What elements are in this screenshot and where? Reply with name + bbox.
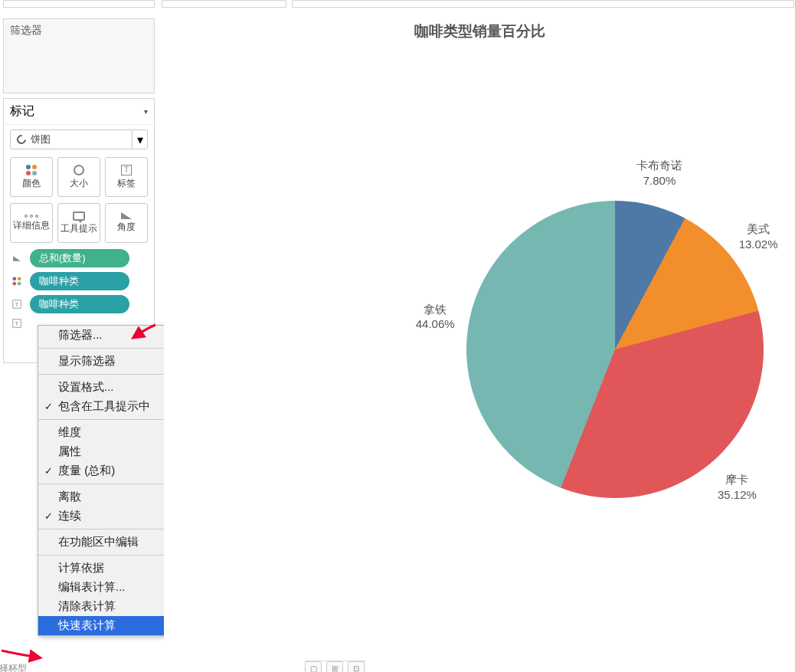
pie-slices	[466, 201, 764, 498]
detail-icon	[25, 215, 38, 218]
mark-angle-button[interactable]: 角度	[105, 203, 148, 243]
menu-item[interactable]: 显示筛选器	[38, 352, 178, 371]
mark-tooltip-button[interactable]: 工具提示	[57, 203, 100, 243]
menu-item[interactable]: 设置格式...	[38, 378, 178, 397]
menu-item[interactable]: 离散	[38, 487, 178, 506]
slice-label: 卡布奇诺7.80%	[629, 158, 690, 188]
pie-chart	[466, 201, 764, 498]
context-menu: 筛选器...显示筛选器设置格式...包含在工具提示中维度属性度量 (总和)离散连…	[38, 325, 178, 636]
color-dots-icon	[12, 277, 21, 285]
chart-area: 咖啡类型销量百分比 卡布奇诺7.80%美式13.02%摩卡35.12%拿铁44.…	[164, 11, 795, 672]
angle-icon	[13, 256, 21, 261]
field-pill[interactable]: 总和(数量)	[30, 249, 129, 267]
marks-collapse-caret[interactable]: ▾	[144, 107, 148, 116]
shelf-placeholder-left[interactable]	[3, 0, 155, 8]
menu-item[interactable]: 计算依据	[38, 559, 178, 578]
angle-icon	[121, 212, 132, 219]
label-icon: T	[12, 300, 21, 308]
menu-item[interactable]: 包含在工具提示中	[38, 397, 178, 416]
size-icon	[74, 165, 84, 175]
mark-color-button[interactable]: 颜色	[10, 157, 53, 197]
new-dash-icon[interactable]: ⊞	[326, 661, 343, 672]
slice-label: 美式13.02%	[728, 221, 789, 251]
mark-size-label: 大小	[70, 177, 88, 190]
mark-type-label: 饼图	[31, 133, 51, 146]
pie-icon	[15, 133, 28, 146]
slice-label: 拿铁44.06%	[404, 302, 466, 332]
chart-title: 咖啡类型销量百分比	[164, 21, 795, 41]
menu-item[interactable]: 属性	[38, 442, 178, 461]
mark-tooltip-label: 工具提示	[61, 222, 97, 235]
menu-item[interactable]: 清除表计算	[38, 597, 178, 616]
mark-angle-label: 角度	[117, 221, 136, 234]
marks-label: 标记	[10, 103, 34, 120]
shelf-placeholder-right[interactable]	[292, 0, 794, 8]
pill-area: 总和(数量)咖啡种类T咖啡种类T	[4, 246, 154, 332]
cut-sheet-label: 择杯型	[0, 662, 27, 672]
field-pill[interactable]: 咖啡种类	[30, 295, 129, 313]
menu-item[interactable]: 度量 (总和)	[38, 461, 178, 480]
menu-item[interactable]: 编辑表计算...	[38, 578, 178, 597]
label-icon: T	[121, 165, 132, 175]
new-sheet-icon[interactable]: ▢	[305, 661, 322, 672]
annotation-arrow-1	[134, 323, 157, 342]
mark-detail-button[interactable]: 详细信息	[10, 203, 53, 243]
mark-detail-label: 详细信息	[13, 219, 50, 232]
field-pill[interactable]: 咖啡种类	[30, 272, 129, 290]
tooltip-icon	[73, 211, 85, 221]
mark-color-label: 颜色	[22, 177, 41, 190]
mark-size-button[interactable]: 大小	[57, 157, 100, 197]
pill-row[interactable]: T咖啡种类	[10, 295, 148, 313]
pill-row[interactable]: 咖啡种类	[10, 272, 148, 290]
mark-type-dropdown[interactable]: 饼图 ▾	[10, 129, 148, 149]
label-icon: T	[12, 319, 21, 327]
sheet-tab-icons[interactable]: ▢ ⊞ ⊡	[305, 661, 366, 672]
pill-row[interactable]: 总和(数量)	[10, 249, 148, 267]
new-story-icon[interactable]: ⊡	[348, 661, 365, 672]
marks-panel: 标记 ▾ 饼图 ▾ 颜色 大小 T 标签 详细信息	[3, 98, 155, 363]
shelf-placeholder-mid[interactable]	[162, 0, 286, 8]
color-dots-icon	[26, 165, 37, 175]
filters-label: 筛选器	[4, 19, 154, 42]
filters-panel[interactable]: 筛选器	[3, 18, 155, 93]
mark-label-button[interactable]: T 标签	[105, 157, 148, 197]
menu-item[interactable]: 连续	[38, 506, 178, 526]
slice-label: 摩卡35.12%	[706, 472, 767, 502]
mark-label-label: 标签	[117, 177, 136, 190]
menu-item[interactable]: 在功能区中编辑	[38, 533, 178, 552]
menu-item[interactable]: 快速表计算	[38, 616, 178, 635]
chevron-down-icon[interactable]: ▾	[132, 130, 147, 149]
menu-item[interactable]: 维度	[38, 423, 178, 442]
